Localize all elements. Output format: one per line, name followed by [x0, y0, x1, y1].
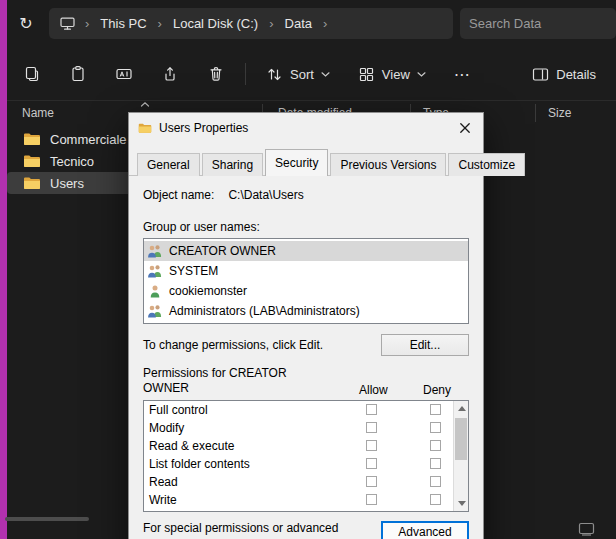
group-item-creator-owner[interactable]: CREATOR OWNER: [144, 241, 468, 261]
paste-button[interactable]: [61, 58, 95, 90]
more-options-button[interactable]: ⋯: [446, 58, 478, 91]
sort-label: Sort: [290, 67, 314, 82]
dialog-titlebar[interactable]: Users Properties: [129, 113, 483, 143]
share-button[interactable]: [153, 58, 187, 90]
vertical-scrollbar[interactable]: [453, 401, 468, 511]
allow-checkbox[interactable]: [366, 422, 377, 433]
folder-icon: [23, 176, 41, 190]
permission-row-read-execute[interactable]: Read & execute: [144, 437, 468, 455]
copy-button[interactable]: [15, 58, 49, 90]
tab-general[interactable]: General: [137, 153, 200, 176]
allow-checkbox[interactable]: [366, 494, 377, 505]
breadcrumb-item-local-disk[interactable]: Local Disk (C:): [171, 14, 260, 33]
search-input[interactable]: [469, 16, 616, 31]
allow-checkbox[interactable]: [366, 404, 377, 415]
dialog-title: Users Properties: [159, 121, 248, 135]
more-options-icon: ⋯: [454, 65, 470, 84]
tab-previous-versions[interactable]: Previous Versions: [330, 153, 446, 176]
folder-icon: [23, 132, 41, 146]
tab-security[interactable]: Security: [265, 149, 328, 176]
view-label: View: [382, 67, 410, 82]
tab-customize[interactable]: Customize: [448, 153, 525, 176]
advanced-button[interactable]: Advanced: [381, 521, 469, 539]
group-item-administrators[interactable]: Administrators (LAB\Administrators): [144, 301, 468, 321]
breadcrumb-item-this-pc[interactable]: This PC: [98, 14, 148, 33]
permissions-for-label: Permissions for CREATOR OWNER: [143, 366, 311, 396]
status-bar-icon[interactable]: [578, 522, 595, 536]
edit-button[interactable]: Edit...: [381, 334, 469, 356]
user-icon: [147, 284, 163, 298]
object-name-label: Object name:: [143, 188, 214, 202]
users-properties-dialog: Users Properties General Sharing Securit…: [128, 112, 484, 539]
deny-checkbox[interactable]: [430, 476, 441, 487]
permission-row-write[interactable]: Write: [144, 491, 468, 509]
group-icon: [147, 304, 163, 318]
sort-button[interactable]: Sort: [258, 59, 338, 90]
permission-label: Full control: [149, 403, 208, 417]
share-icon: [161, 65, 179, 83]
column-header-name[interactable]: Name: [22, 106, 54, 120]
rename-button[interactable]: [107, 58, 141, 90]
chevron-down-icon: [321, 70, 330, 78]
details-pane-label: Details: [556, 67, 596, 82]
permission-label: Write: [149, 493, 177, 507]
scrollbar-thumb[interactable]: [455, 418, 467, 460]
scroll-up-icon[interactable]: [458, 406, 466, 411]
deny-checkbox[interactable]: [430, 422, 441, 433]
object-name-value: C:\Data\Users: [228, 188, 303, 202]
allow-checkbox[interactable]: [366, 476, 377, 487]
group-user-names-label: Group or user names:: [143, 220, 469, 234]
dialog-tabs: General Sharing Security Previous Versio…: [129, 143, 483, 176]
sort-icon: [266, 66, 283, 83]
group-item-label: Administrators (LAB\Administrators): [169, 304, 360, 318]
close-icon[interactable]: [447, 113, 483, 143]
permission-row-full-control[interactable]: Full control: [144, 401, 468, 419]
permission-row-modify[interactable]: Modify: [144, 419, 468, 437]
breadcrumb: › This PC › Local Disk (C:) › Data ›: [49, 8, 453, 39]
view-icon: [358, 66, 375, 83]
refresh-icon[interactable]: ↻: [13, 14, 39, 33]
advanced-hint-text: For special permissions or advanced sett…: [143, 521, 381, 539]
group-item-system[interactable]: SYSTEM: [144, 261, 468, 281]
chevron-down-icon: [417, 70, 426, 78]
this-pc-icon: [59, 16, 76, 31]
toolbar-divider: [245, 63, 246, 85]
horizontal-scrollbar[interactable]: [5, 517, 89, 521]
rename-icon: [115, 65, 133, 83]
deny-checkbox[interactable]: [430, 494, 441, 505]
deny-checkbox[interactable]: [430, 404, 441, 415]
tab-sharing[interactable]: Sharing: [202, 153, 263, 176]
breadcrumb-chevron-icon: ›: [85, 16, 89, 31]
breadcrumb-chevron-icon[interactable]: ›: [269, 16, 273, 31]
column-divider[interactable]: [535, 104, 536, 122]
background-window-edge: [0, 0, 7, 539]
breadcrumb-item-data[interactable]: Data: [283, 14, 314, 33]
search-box[interactable]: [460, 8, 616, 39]
group-item-label: CREATOR OWNER: [169, 244, 276, 258]
sort-ascending-icon: [140, 101, 150, 108]
group-item-label: cookiemonster: [169, 284, 247, 298]
breadcrumb-chevron-icon[interactable]: ›: [323, 16, 327, 31]
permission-row-read[interactable]: Read: [144, 473, 468, 491]
allow-checkbox[interactable]: [366, 458, 377, 469]
column-header-size[interactable]: Size: [548, 106, 571, 120]
edit-hint-text: To change permissions, click Edit.: [143, 338, 323, 352]
allow-checkbox[interactable]: [366, 440, 377, 451]
delete-button[interactable]: [199, 58, 233, 90]
group-item-label: SYSTEM: [169, 264, 218, 278]
deny-checkbox[interactable]: [430, 458, 441, 469]
command-toolbar: Sort View ⋯ Details: [7, 52, 616, 96]
file-name: Users: [50, 176, 84, 191]
group-item-cookiemonster[interactable]: cookiemonster: [144, 281, 468, 301]
deny-checkbox[interactable]: [430, 440, 441, 451]
permissions-list[interactable]: Full control Modify Read & execute List …: [143, 400, 469, 512]
dialog-folder-icon: [138, 122, 152, 134]
details-pane-button[interactable]: Details: [524, 60, 604, 89]
permission-row-list-folder-contents[interactable]: List folder contents: [144, 455, 468, 473]
permission-label: Modify: [149, 421, 184, 435]
scroll-down-icon[interactable]: [458, 501, 466, 506]
group-user-list[interactable]: CREATOR OWNER SYSTEM cookiemonster Admin…: [143, 238, 469, 324]
view-button[interactable]: View: [350, 59, 434, 90]
permission-label: Read & execute: [149, 439, 234, 453]
breadcrumb-chevron-icon[interactable]: ›: [158, 16, 162, 31]
